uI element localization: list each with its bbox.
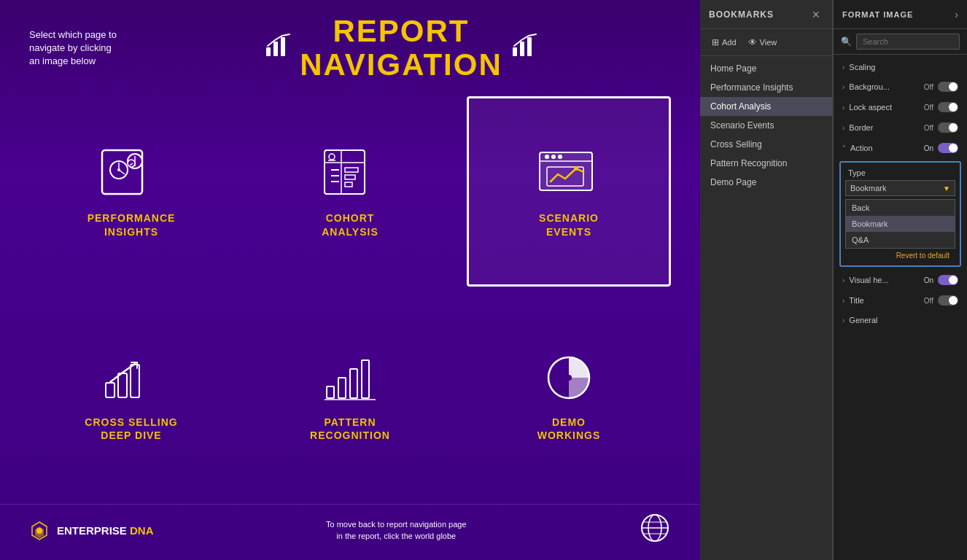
bookmark-item-scenario[interactable]: Scenario Events	[700, 116, 832, 135]
format-section-general[interactable]: › General	[834, 311, 967, 330]
format-section-lock-aspect[interactable]: › Lock aspect Off	[834, 97, 967, 117]
bookmark-item-demo[interactable]: Demo Page	[700, 173, 832, 192]
cards-grid: PERFORMANCE INSIGHTS	[0, 89, 700, 504]
view-icon: 👁	[748, 37, 757, 47]
svg-rect-33	[106, 383, 114, 397]
chevron-border: ›	[842, 124, 844, 132]
card-cross-selling[interactable]: CROSS SELLING DEEP DIVE	[29, 301, 233, 489]
border-toggle[interactable]	[938, 122, 958, 133]
lock-aspect-label: Lock aspect	[849, 103, 892, 112]
report-title-line1: REPORT	[300, 15, 502, 48]
globe-icon[interactable]	[639, 512, 671, 549]
chevron-background: ›	[842, 83, 844, 91]
card-pattern[interactable]: PATTERN RECOGNITION	[248, 301, 452, 489]
card-performance[interactable]: PERFORMANCE INSIGHTS	[29, 96, 233, 286]
border-toggle-label: Off	[924, 124, 933, 132]
title-toggle-label: Off	[924, 297, 933, 305]
type-dropdown-selected: Bookmark	[850, 184, 887, 192]
revert-to-default-link[interactable]: Revert to default	[845, 249, 955, 261]
svg-rect-4	[520, 42, 524, 56]
bookmarks-view-button[interactable]: 👁 View	[744, 35, 782, 50]
card-demo[interactable]: DEMO WORKINGS	[467, 301, 671, 489]
chart-icon-right	[511, 33, 537, 64]
canvas-footer: ENTERPRISE DNA To move back to report na…	[0, 504, 700, 560]
view-label: View	[760, 38, 777, 47]
chevron-scaling: ›	[842, 63, 844, 71]
format-section-visual-header[interactable]: › Visual he... On	[834, 270, 967, 290]
svg-rect-39	[362, 360, 369, 398]
brand-logo: ENTERPRISE DNA	[29, 521, 154, 541]
card-scenario[interactable]: SCENARIO EVENTS	[467, 96, 671, 286]
svg-rect-1	[273, 42, 278, 56]
bookmark-item-home[interactable]: Home Page	[700, 59, 832, 78]
format-search-input[interactable]	[856, 34, 960, 50]
bookmarks-add-button[interactable]: ⊞ Add	[707, 35, 741, 50]
format-nav-arrow[interactable]: ›	[955, 9, 958, 20]
action-toggle[interactable]	[938, 143, 958, 153]
background-toggle-label: Off	[924, 83, 933, 91]
bookmark-item-cohort[interactable]: Cohort Analysis	[700, 97, 832, 116]
option-qa[interactable]: Q&A	[846, 232, 955, 248]
svg-rect-35	[131, 365, 139, 397]
report-header: Select which page to navigate by clickin…	[0, 0, 700, 89]
chevron-lock: ›	[842, 104, 844, 112]
option-bookmark[interactable]: Bookmark	[846, 216, 955, 232]
search-icon: 🔍	[841, 36, 852, 47]
header-instruction: Select which page to navigate by clickin…	[29, 28, 117, 69]
cross-selling-icon	[98, 349, 164, 407]
title-toggle[interactable]	[938, 295, 958, 306]
svg-point-32	[574, 166, 578, 171]
general-label: General	[849, 316, 877, 324]
pattern-icon	[317, 349, 383, 407]
bookmarks-close-button[interactable]: ✕	[809, 7, 823, 22]
option-back[interactable]: Back	[846, 200, 955, 216]
card-cohort[interactable]: COHORT ANALYSIS	[248, 96, 452, 286]
format-search-container: 🔍	[834, 29, 967, 55]
svg-point-13	[128, 160, 135, 167]
bookmarks-actions: ⊞ Add 👁 View	[700, 29, 832, 56]
dropdown-arrow-icon: ▼	[943, 184, 950, 192]
format-section-scaling[interactable]: › Scaling	[834, 58, 967, 77]
type-label: Type	[845, 167, 955, 180]
background-toggle[interactable]	[938, 82, 958, 92]
svg-rect-0	[266, 47, 271, 56]
format-section-background[interactable]: › Backgrou... Off	[834, 77, 967, 97]
visual-header-toggle-label: On	[924, 276, 933, 284]
svg-rect-22	[345, 175, 355, 179]
visual-header-label: Visual he...	[849, 276, 888, 284]
chevron-general: ›	[842, 316, 844, 324]
chevron-visual-header: ›	[842, 276, 844, 284]
chevron-action: ˅	[842, 144, 846, 152]
demo-label: DEMO WORKINGS	[537, 416, 601, 442]
bookmark-item-cross[interactable]: Cross Selling	[700, 135, 832, 154]
type-dropdown[interactable]: Bookmark ▼	[845, 180, 955, 196]
visual-header-toggle[interactable]	[938, 275, 958, 285]
chevron-title: ›	[842, 297, 844, 305]
main-canvas: Select which page to navigate by clickin…	[0, 0, 700, 560]
format-section-border[interactable]: › Border Off	[834, 117, 967, 138]
bookmarks-list: Home Page Performance Insights Cohort An…	[700, 56, 832, 560]
format-image-panel: FORMAT IMAGE › 🔍 › Scaling › Backgrou...	[833, 0, 967, 560]
cohort-icon	[317, 144, 383, 203]
format-section-action[interactable]: ˅ Action On	[834, 138, 967, 158]
scenario-icon	[536, 144, 602, 203]
chart-icon-left	[265, 33, 291, 64]
add-label: Add	[722, 38, 737, 47]
format-section-title[interactable]: › Title Off	[834, 290, 967, 311]
svg-rect-5	[527, 37, 532, 56]
background-label: Backgrou...	[849, 82, 890, 91]
lock-aspect-toggle[interactable]	[938, 102, 958, 112]
action-type-section: Type Bookmark ▼ Back Bookmark Q&A Revert…	[839, 161, 961, 267]
action-toggle-label: On	[924, 144, 933, 152]
bookmark-item-pattern[interactable]: Pattern Recognition	[700, 154, 832, 173]
svg-rect-23	[345, 182, 352, 187]
bookmark-item-performance[interactable]: Performance Insights	[700, 78, 832, 97]
svg-point-43	[36, 528, 42, 534]
svg-rect-2	[281, 37, 285, 56]
svg-point-24	[329, 154, 335, 160]
format-panel-header: FORMAT IMAGE ›	[834, 0, 967, 29]
right-panels: BOOKMARKS ✕ ⊞ Add 👁 View Home Page Perfo…	[700, 0, 967, 560]
lock-toggle-label: Off	[924, 104, 933, 112]
cohort-label: COHORT ANALYSIS	[322, 211, 378, 238]
footer-instruction: To move back to report navigation page i…	[323, 519, 469, 542]
